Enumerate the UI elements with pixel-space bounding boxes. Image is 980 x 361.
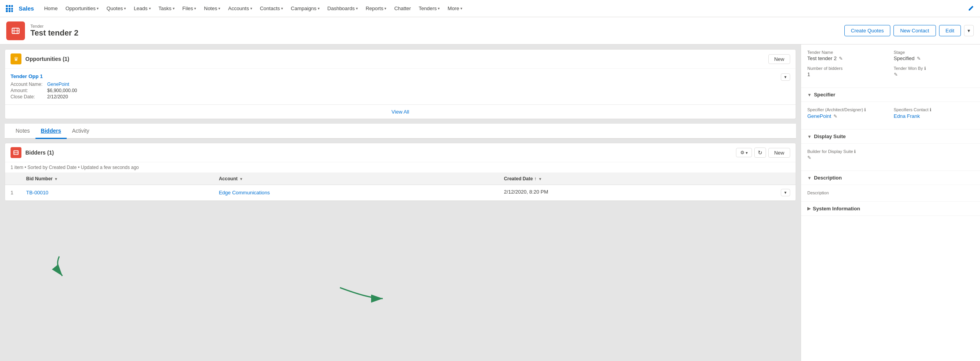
- edit-builder-icon[interactable]: ✎: [807, 155, 811, 160]
- num-bidders-field: Number of bidders 1: [807, 66, 888, 77]
- bidders-refresh-button[interactable]: ↻: [754, 148, 766, 158]
- record-label: Tender: [30, 24, 844, 28]
- bidders-title: Bidders (1): [25, 149, 54, 156]
- num-bidders-value: 1: [807, 71, 888, 77]
- chevron-down-icon: ▾: [218, 6, 220, 11]
- nav-home[interactable]: Home: [40, 0, 62, 17]
- account-name-label: Account Name:: [11, 82, 46, 87]
- builder-field: Builder for Display Suite ℹ ✎: [807, 149, 974, 160]
- tender-name-stage-row: Tender Name Test tender 2 ✎ Stage Specif…: [807, 50, 974, 61]
- left-panel: ♛ Opportunities (1) New Tender Opp 1 ▾ A…: [0, 44, 801, 361]
- close-date-value: 2/12/2020: [47, 94, 68, 100]
- col-created-date[interactable]: Created Date ↑ ▾: [499, 173, 796, 185]
- specifier-label: Specifier (Architect/Designer) ℹ: [807, 107, 888, 112]
- view-all-link[interactable]: View All: [5, 105, 796, 119]
- chevron-down-icon: ▾: [250, 6, 252, 11]
- specifier-section-header[interactable]: ▼ Specifier: [801, 88, 980, 102]
- nav-campaigns[interactable]: Campaigns ▾: [287, 0, 324, 17]
- chevron-down-icon: ▾: [356, 6, 358, 11]
- account-link[interactable]: Edge Communications: [219, 190, 270, 196]
- tab-notes[interactable]: Notes: [10, 124, 35, 139]
- bidders-card-header: Bidders (1) ⚙ ▾ ↻ New: [5, 143, 796, 162]
- specifier-link[interactable]: GenePoint: [807, 113, 831, 119]
- nav-notes[interactable]: Notes ▾: [200, 0, 224, 17]
- sort-icon: ▾: [539, 177, 541, 181]
- nav-more[interactable]: More ▾: [444, 0, 466, 17]
- actions-dropdown-button[interactable]: ▾: [964, 25, 974, 36]
- specifiers-contact-value: Edna Frank: [894, 113, 974, 119]
- nav-files[interactable]: Files ▾: [179, 0, 200, 17]
- svg-rect-1: [9, 5, 11, 7]
- specifier-info-icon[interactable]: ℹ: [864, 107, 866, 112]
- nav-contacts[interactable]: Contacts ▾: [256, 0, 287, 17]
- nav-dashboards[interactable]: Dashboards ▾: [324, 0, 362, 17]
- display-suite-section-label: Display Suite: [814, 133, 846, 139]
- table-meta: 1 item • Sorted by Created Date • Update…: [5, 162, 796, 173]
- record-actions: Create Quotes New Contact Edit ▾: [844, 25, 974, 36]
- opportunities-title: Opportunities (1): [25, 56, 69, 62]
- nav-reports[interactable]: Reports ▾: [362, 0, 391, 17]
- chevron-down-icon: ▾: [173, 6, 175, 11]
- chevron-down-icon: ▾: [124, 6, 126, 11]
- edit-stage-icon[interactable]: ✎: [917, 56, 921, 61]
- description-section-header[interactable]: ▼ Description: [801, 171, 980, 185]
- tender-name-label: Tender Name: [807, 50, 888, 55]
- tender-won-info-icon[interactable]: ℹ: [924, 66, 926, 71]
- col-bid-number[interactable]: Bid Number ▾: [21, 173, 213, 185]
- tabs-bidders-area: Notes Bidders Activity: [5, 124, 796, 201]
- opportunity-close-date-row: Close Date: 2/12/2020: [11, 94, 790, 100]
- bidders-header-left: Bidders (1): [11, 147, 54, 158]
- system-info-chevron-icon: ▶: [807, 206, 810, 211]
- opportunity-fields: Account Name: GenePoint Amount: $6,900,0…: [11, 82, 790, 100]
- bidders-icon: [11, 147, 21, 158]
- tabs-bar: Notes Bidders Activity: [5, 124, 796, 139]
- create-quotes-button[interactable]: Create Quotes: [844, 25, 891, 36]
- nav-tenders[interactable]: Tenders ▾: [415, 0, 444, 17]
- grid-icon[interactable]: [3, 2, 16, 15]
- system-info-section-header[interactable]: ▶ System Information: [801, 202, 980, 216]
- system-info-section-label: System Information: [813, 206, 860, 212]
- nav-chatter[interactable]: Chatter: [390, 0, 415, 17]
- chevron-down-icon: ▾: [281, 6, 283, 11]
- nav-tasks[interactable]: Tasks ▾: [155, 0, 179, 17]
- nav-quotes[interactable]: Quotes ▾: [103, 0, 130, 17]
- specifiers-contact-link[interactable]: Edna Frank: [894, 113, 920, 119]
- specifier-value: GenePoint ✎: [807, 113, 888, 119]
- row-dropdown-button[interactable]: ▾: [781, 189, 790, 196]
- opportunity-dropdown-button[interactable]: ▾: [781, 73, 790, 81]
- nav-accounts[interactable]: Accounts ▾: [224, 0, 256, 17]
- nav-leads[interactable]: Leads ▾: [130, 0, 154, 17]
- created-date-value: 2/12/2020, 8:20 PM: [504, 189, 548, 195]
- specifier-field: Specifier (Architect/Designer) ℹ GenePoi…: [807, 107, 888, 119]
- tab-activity[interactable]: Activity: [67, 124, 95, 139]
- col-account[interactable]: Account ▾: [213, 173, 498, 185]
- edit-button[interactable]: Edit: [939, 25, 961, 36]
- specifier-chevron-icon: ▼: [807, 92, 812, 97]
- edit-nav-icon[interactable]: [964, 2, 977, 15]
- bidders-new-button[interactable]: New: [768, 148, 790, 158]
- tab-bidders[interactable]: Bidders: [35, 124, 67, 139]
- builder-info-icon[interactable]: ℹ: [854, 149, 856, 154]
- table-row: 1 TB-00010 Edge Communications 2/12/2020…: [5, 185, 796, 201]
- bidders-gear-button[interactable]: ⚙ ▾: [736, 148, 752, 157]
- new-contact-button[interactable]: New Contact: [893, 25, 936, 36]
- nav-opportunities[interactable]: Opportunities ▾: [62, 0, 103, 17]
- edit-tender-name-icon[interactable]: ✎: [839, 56, 843, 61]
- right-panel: Tender Name Test tender 2 ✎ Stage Specif…: [801, 44, 980, 361]
- svg-rect-8: [11, 10, 13, 12]
- sort-icon: ▾: [55, 177, 57, 181]
- bidders-actions: ⚙ ▾ ↻ New: [736, 148, 790, 158]
- opportunities-new-button[interactable]: New: [768, 54, 790, 64]
- specifiers-contact-info-icon[interactable]: ℹ: [930, 107, 931, 112]
- record-title: Test tender 2: [30, 28, 844, 37]
- stage-value: Specified ✎: [894, 55, 974, 61]
- opportunity-name-link[interactable]: Tender Opp 1: [11, 73, 43, 79]
- tender-won-value: ✎: [894, 72, 974, 77]
- edit-specifier-icon[interactable]: ✎: [833, 114, 837, 119]
- opportunity-account-row: Account Name: GenePoint: [11, 82, 790, 87]
- display-suite-fields: Builder for Display Suite ℹ ✎: [801, 144, 980, 171]
- account-name-link[interactable]: GenePoint: [47, 82, 69, 87]
- bid-number-link[interactable]: TB-00010: [26, 190, 48, 196]
- edit-tender-won-icon[interactable]: ✎: [894, 72, 898, 77]
- display-suite-section-header[interactable]: ▼ Display Suite: [801, 130, 980, 144]
